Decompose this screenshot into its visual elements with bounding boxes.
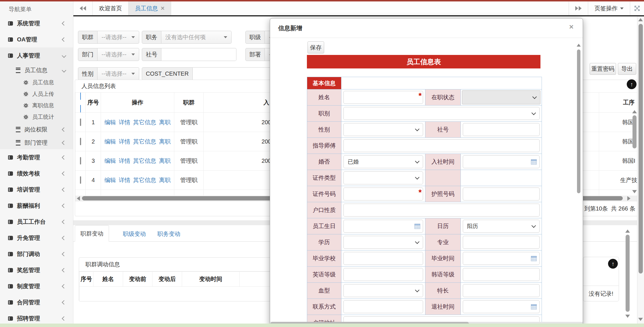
sid-input[interactable]: [463, 123, 540, 136]
fullscreen-toggle-button[interactable]: [630, 1, 644, 15]
reset-password-button[interactable]: 重置密码: [590, 63, 616, 75]
sidebar-item-contract[interactable]: 合同管理: [0, 294, 73, 310]
passport-input[interactable]: [463, 188, 540, 200]
scroll-up-arrow-icon[interactable]: [632, 110, 637, 113]
tab-title-change[interactable]: 职务变动: [157, 230, 180, 238]
edit-link[interactable]: 编辑: [104, 138, 116, 145]
sidebar-item-post-permission[interactable]: 岗位权限: [0, 123, 73, 136]
row-checkbox[interactable]: [80, 176, 81, 184]
other-info-link[interactable]: 其它信息: [133, 138, 156, 145]
sidebar-item-system[interactable]: 系统管理: [0, 15, 73, 31]
sidebar-item-regulation[interactable]: 制度管理: [0, 278, 73, 294]
id-type-select[interactable]: [343, 171, 423, 184]
hukou-input[interactable]: [343, 204, 540, 217]
other-info-link[interactable]: 其它信息: [133, 119, 156, 125]
sidebar-item-employee-info-sub[interactable]: 员工信息: [0, 77, 73, 88]
job-title-select[interactable]: 没有选中任何项: [161, 31, 232, 44]
calendar-icon[interactable]: [414, 223, 420, 230]
edit-link[interactable]: 编辑: [104, 119, 116, 125]
resign-link[interactable]: 离职: [159, 158, 171, 164]
other-info-link[interactable]: 其它信息: [133, 158, 156, 164]
scroll-up-arrow-icon[interactable]: [638, 18, 643, 21]
id-no-input[interactable]: [343, 188, 423, 200]
scroll-right-arrow-icon[interactable]: [627, 196, 630, 201]
grad-time-input[interactable]: [463, 252, 540, 265]
name-input[interactable]: [343, 91, 423, 104]
calendar-icon[interactable]: [531, 304, 537, 311]
scroll-up-arrow-icon[interactable]: [625, 230, 630, 233]
scroll-to-top-button[interactable]: [627, 79, 637, 89]
sidebar-item-resign-info[interactable]: 离职信息: [0, 100, 73, 111]
row-checkbox[interactable]: [80, 157, 81, 165]
department-select[interactable]: --请选择--: [98, 48, 139, 61]
resign-link[interactable]: 离职: [159, 177, 171, 183]
scroll-down-arrow-icon[interactable]: [625, 315, 630, 318]
sidebar-item-performance[interactable]: 绩效考核: [0, 165, 73, 181]
detail-link[interactable]: 详情: [119, 177, 130, 183]
sidebar-item-workbench[interactable]: 员工工作台: [0, 214, 73, 230]
sidebar-item-training[interactable]: 培训管理: [0, 181, 73, 198]
export-button[interactable]: 导出: [618, 63, 636, 75]
sidebar-item-recruit[interactable]: 招聘管理: [0, 310, 73, 324]
detail-link[interactable]: 详情: [119, 119, 130, 125]
sidebar-item-dept-transfer[interactable]: 部门调动: [0, 246, 73, 262]
calendar-icon[interactable]: [531, 159, 537, 166]
scroll-up-arrow-icon[interactable]: [577, 44, 581, 47]
resign-link[interactable]: 离职: [159, 138, 171, 145]
other-info-link[interactable]: 其它信息: [133, 177, 156, 183]
english-level-input[interactable]: [343, 268, 423, 281]
tab-group-change[interactable]: 职群变动: [75, 225, 109, 242]
vertical-scroll-thumb[interactable]: [626, 235, 630, 312]
contact-input[interactable]: [343, 300, 423, 313]
sidebar-item-reward-punish[interactable]: 奖惩管理: [0, 262, 73, 278]
major-input[interactable]: [463, 236, 540, 249]
sidebar-item-dept-manage[interactable]: 部门管理: [0, 136, 73, 149]
edit-link[interactable]: 编辑: [104, 177, 116, 183]
rank-select[interactable]: [343, 107, 540, 120]
scroll-tabs-right-button[interactable]: [569, 1, 588, 15]
row-checkbox[interactable]: [80, 138, 81, 145]
modal-scroll-thumb[interactable]: [577, 49, 580, 193]
page-scroll-thumb[interactable]: [639, 24, 643, 274]
scroll-tabs-left-button[interactable]: [73, 1, 93, 15]
scroll-down-arrow-icon[interactable]: [638, 318, 643, 321]
detail-link[interactable]: 详情: [119, 138, 130, 145]
status-select[interactable]: [462, 90, 540, 104]
leave-time-input[interactable]: [463, 300, 540, 313]
specialty-input[interactable]: [463, 284, 540, 297]
gender-filter-select[interactable]: --请选择--: [98, 67, 139, 80]
company-id-input[interactable]: [161, 48, 236, 61]
sidebar-item-personnel-upload[interactable]: 人员上传: [0, 88, 73, 100]
select-all-checkbox[interactable]: [76, 93, 85, 113]
mentor-input[interactable]: [343, 139, 540, 152]
detail-link[interactable]: 详情: [119, 158, 130, 164]
tab-level-change[interactable]: 职级变动: [123, 230, 146, 238]
education-select[interactable]: [343, 236, 423, 249]
sidebar-item-oa[interactable]: OA管理: [0, 31, 73, 47]
sidebar-item-employee-stats[interactable]: 员工统计: [0, 111, 73, 123]
vertical-scroll-thumb[interactable]: [632, 115, 637, 148]
sidebar-item-hr[interactable]: 人事管理: [0, 47, 73, 64]
save-button[interactable]: 保存: [307, 41, 324, 53]
close-icon[interactable]: ×: [569, 22, 574, 31]
tab-welcome[interactable]: 欢迎首页: [93, 1, 129, 15]
tab-close-icon[interactable]: ×: [161, 5, 165, 12]
edit-link[interactable]: 编辑: [104, 158, 116, 164]
korean-level-input[interactable]: [463, 268, 540, 281]
scroll-to-top-button[interactable]: [608, 259, 618, 269]
calendar-icon[interactable]: [531, 256, 537, 263]
scroll-down-arrow-icon[interactable]: [632, 190, 637, 193]
sidebar-item-salary[interactable]: 薪酬福利: [0, 198, 73, 214]
join-time-input[interactable]: [463, 155, 540, 168]
calendar-type-select[interactable]: 阳历: [463, 220, 540, 233]
scroll-left-arrow-icon[interactable]: [77, 196, 80, 201]
sidebar-item-attendance[interactable]: 考勤管理: [0, 149, 73, 165]
job-group-select[interactable]: --请选择--: [98, 31, 139, 44]
tab-employee-info[interactable]: 员工信息 ×: [129, 1, 171, 15]
tab-actions-dropdown[interactable]: 页签操作: [588, 1, 630, 15]
sidebar-item-promotion[interactable]: 升免管理: [0, 230, 73, 246]
birthday-input[interactable]: [343, 220, 423, 233]
married-select[interactable]: 已婚: [343, 155, 423, 168]
school-input[interactable]: [343, 252, 423, 265]
row-checkbox[interactable]: [80, 118, 81, 126]
